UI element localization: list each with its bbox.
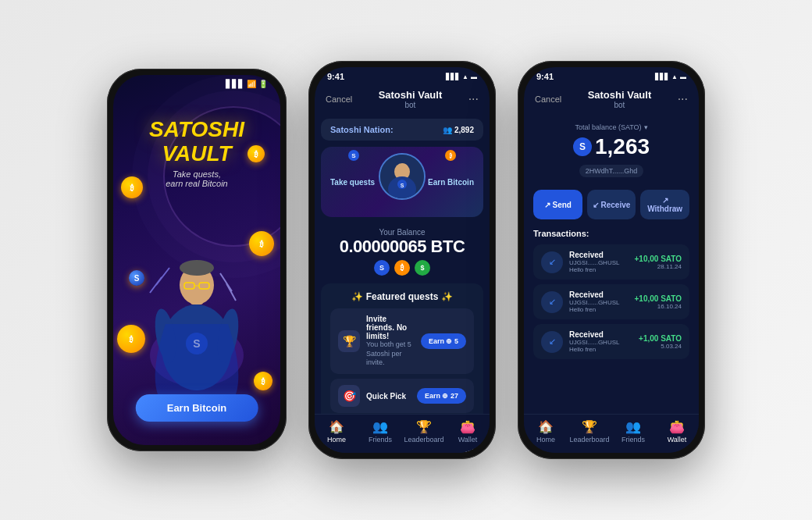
- nav-wallet-2[interactable]: 👛 Wallet: [446, 419, 490, 443]
- phone1-title-line2: VAULT: [149, 142, 244, 166]
- hero-banner: Take quests S Earn Bitcoin S: [321, 147, 483, 217]
- phone-3: 9:41 ▋▋▋ ▲ ▬ Cancel Satoshi Vault bot ··…: [518, 61, 705, 459]
- s-icon: S: [374, 260, 390, 276]
- quest-icon-2: 🎯: [338, 385, 360, 407]
- transactions-title: Transactions:: [533, 229, 689, 238]
- transaction-row-2: ↙ Received UJGSI......GHUSL Hello fren +…: [533, 284, 689, 319]
- phone2-screen: 9:41 ▋▋▋ ▲ ▬ Cancel Satoshi Vault bot ··…: [315, 67, 490, 453]
- quest-text-1: Invite friends. No limits! You both get …: [366, 315, 415, 368]
- svg-text:S: S: [401, 183, 404, 188]
- trans-icon-2: ↙: [541, 291, 563, 313]
- home-icon-3: 🏠: [538, 419, 554, 434]
- wallet-icon-3: 👛: [669, 419, 685, 434]
- trans-icon-3: ↙: [541, 331, 563, 353]
- nav-title-2: Satoshi Vault bot: [379, 89, 443, 109]
- nav-title-3: Satoshi Vault bot: [588, 89, 652, 109]
- balance-section: Your Balance 0.00000065 BTC S ₿ $: [315, 220, 490, 280]
- status-bar-2: 9:41 ▋▋▋ ▲ ▬: [315, 67, 490, 83]
- trans-details-3: Received UJGSI......GHUSL Hello fren: [569, 330, 632, 353]
- status-icons-2: ▋▋▋ ▲ ▬: [446, 73, 477, 80]
- status-time-3: 9:41: [536, 72, 554, 81]
- withdraw-button[interactable]: ↗ Withdraw: [640, 190, 689, 219]
- nav-leaderboard-3[interactable]: 🏆 Leaderboard: [568, 419, 611, 443]
- featured-section: ✨ Featured quests ✨ 🏆 Invite friends. No…: [321, 283, 483, 426]
- status-time-2: 9:41: [327, 72, 344, 81]
- receive-button[interactable]: ↙ Receive: [587, 190, 636, 219]
- nav-more-2[interactable]: ···: [468, 92, 479, 106]
- trans-details-2: Received UJGSI......GHUSL Hello fren: [569, 290, 629, 313]
- balance-label: Your Balance: [321, 228, 483, 237]
- s-token-icon: S: [348, 150, 359, 161]
- earn-btn-1[interactable]: Earn ⊕ 5: [421, 333, 466, 349]
- wifi-icon-3: ▲: [671, 73, 678, 80]
- trans-amount-col-3: +1,00 SATO 5.03.24: [639, 334, 682, 350]
- phone1-screen: ▋▋▋ 📶 🔋 SATOSHI VAULT Take quests, earn …: [113, 75, 280, 445]
- wifi-icon: 📶: [247, 80, 256, 88]
- quest-item-1[interactable]: 🏆 Invite friends. No limits! You both ge…: [330, 308, 474, 374]
- banner-right: Earn Bitcoin: [428, 178, 474, 187]
- status-bar-1: ▋▋▋ 📶 🔋: [113, 75, 280, 90]
- earn-bitcoin-button[interactable]: Earn Bitcoin: [136, 394, 258, 422]
- nav-home-2[interactable]: 🏠 Home: [315, 419, 358, 443]
- battery-icon-2: ▬: [471, 73, 477, 80]
- send-button[interactable]: ↗ Send: [533, 190, 582, 219]
- wallet-amount: S 1,263: [536, 134, 686, 159]
- quest-item-2[interactable]: 🎯 Quick Pick Earn ⊕ 27: [330, 379, 474, 413]
- status-icons-1: ▋▋▋ 📶 🔋: [226, 80, 268, 88]
- home-icon: 🏠: [329, 419, 344, 434]
- trans-amount-col-2: +10,00 SATO 16.10.24: [635, 294, 682, 310]
- nav-leaderboard-2[interactable]: 🏆 Leaderboard: [402, 419, 446, 443]
- nav-cancel-3[interactable]: Cancel: [535, 94, 561, 104]
- total-label: Total balance (SATO) ▾: [536, 123, 686, 131]
- quest-text-2: Quick Pick: [366, 392, 411, 401]
- bottom-nav-2: 🏠 Home 👥 Friends 🏆 Leaderboard 👛 Wallet: [315, 414, 490, 453]
- phone-2: 9:41 ▋▋▋ ▲ ▬ Cancel Satoshi Vault bot ··…: [308, 61, 496, 459]
- usd-icon: $: [415, 260, 430, 276]
- btc-token-icon: ₿: [445, 150, 456, 161]
- trans-details-1: Received UJGSI......GHUSL Hello fren: [569, 251, 629, 273]
- nav-home-3[interactable]: 🏠 Home: [524, 419, 568, 443]
- featured-title: ✨ Featured quests ✨: [330, 291, 474, 302]
- wallet-balance-section: Total balance (SATO) ▾ S 1,263 2HWdhT...…: [524, 116, 699, 183]
- phone-1: ▋▋▋ 📶 🔋 SATOSHI VAULT Take quests, earn …: [107, 69, 287, 451]
- nav-friends-3[interactable]: 👥 Friends: [611, 419, 655, 443]
- trans-icon-1: ↙: [541, 251, 563, 273]
- hero-avatar: S: [379, 153, 426, 200]
- leaderboard-icon: 🏆: [416, 419, 432, 434]
- nation-count: 👥 2,892: [443, 126, 474, 134]
- nav-friends-2[interactable]: 👥 Friends: [358, 419, 402, 443]
- btc-coin-2: ₿: [248, 145, 265, 162]
- nation-label: Satoshi Nation:: [330, 125, 394, 134]
- status-icons-3: ▋▋▋ ▲ ▬: [655, 73, 686, 80]
- signal-icon: ▋▋▋: [226, 80, 244, 88]
- transaction-row-3: ↙ Received UJGSI......GHUSL Hello fren +…: [533, 324, 689, 359]
- balance-amount: 0.00000065 BTC: [321, 237, 483, 257]
- status-bar-3: 9:41 ▋▋▋ ▲ ▬: [524, 67, 699, 83]
- earn-btn-2[interactable]: Earn ⊕ 27: [417, 388, 466, 404]
- wallet-icon: 👛: [460, 419, 475, 434]
- nation-bar: Satoshi Nation: 👥 2,892: [321, 119, 483, 141]
- quest-desc-1: You both get 5 Satoshi per invite.: [366, 340, 415, 368]
- quest-icon-1: 🏆: [338, 330, 360, 352]
- signal-icon-3: ▋▋▋: [655, 73, 669, 80]
- wallet-address: 2HWdhT......Ghd: [579, 165, 644, 177]
- bottom-nav-3: 🏠 Home 🏆 Leaderboard 👥 Friends 👛 Wallet: [524, 414, 699, 453]
- svg-point-6: [180, 260, 214, 276]
- hero-illustration: S: [134, 199, 259, 402]
- phone1-title-line1: SATOSHI: [149, 118, 244, 142]
- banner-left: Take quests: [330, 178, 375, 187]
- trans-amount-col-1: +10,00 SATO 28.11.24: [635, 255, 682, 270]
- phone1-title: SATOSHI VAULT: [149, 118, 244, 166]
- nav-more-3[interactable]: ···: [678, 92, 688, 106]
- balance-icons: S ₿ $: [321, 260, 483, 276]
- nav-wallet-3[interactable]: 👛 Wallet: [655, 419, 699, 443]
- nav-cancel-2[interactable]: Cancel: [326, 94, 352, 104]
- dropdown-arrow-icon: ▾: [644, 123, 648, 131]
- leaderboard-icon-3: 🏆: [582, 419, 597, 434]
- sato-icon-big: S: [573, 137, 592, 156]
- friends-icon-3: 👥: [625, 419, 641, 434]
- phone3-screen: 9:41 ▋▋▋ ▲ ▬ Cancel Satoshi Vault bot ··…: [524, 67, 699, 453]
- battery-icon: 🔋: [258, 80, 268, 88]
- friends-icon: 👥: [372, 419, 388, 434]
- signal-icon-2: ▋▋▋: [446, 73, 460, 80]
